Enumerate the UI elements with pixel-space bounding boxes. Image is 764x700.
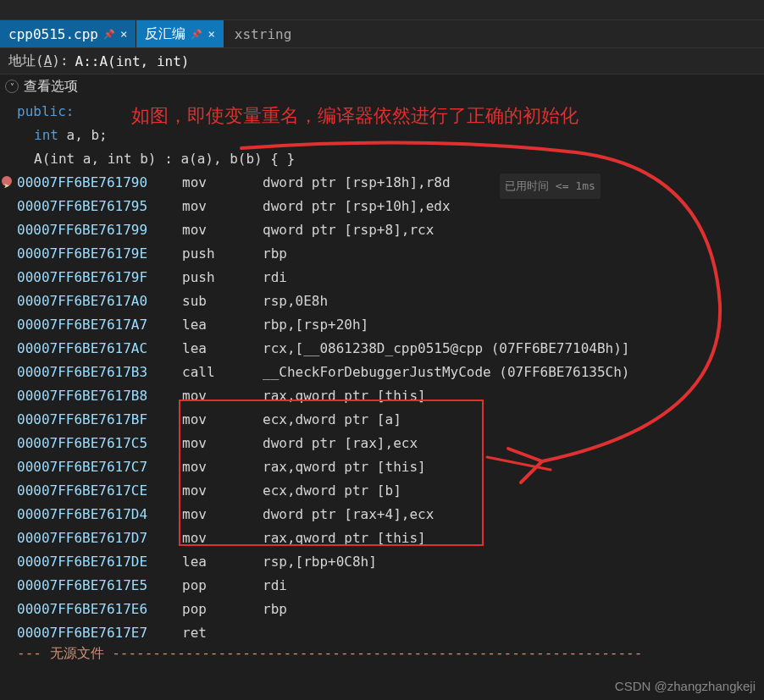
asm-address: 00007FF6BE7617DE	[17, 550, 182, 574]
breakpoint-gutter: ➤	[2, 176, 12, 198]
asm-mnemonic: call	[182, 361, 263, 384]
asm-address: 00007FF6BE7617C7	[17, 455, 182, 479]
timing-badge: 已用时间 <= 1ms	[500, 174, 601, 199]
asm-mnemonic: mov	[182, 526, 263, 550]
asm-address: 00007FF6BE7617B8	[17, 384, 182, 408]
asm-operands: rsp,[rbp+0C8h]	[263, 550, 377, 574]
asm-mnemonic: lea	[182, 550, 263, 574]
asm-address: 00007FF6BE7617E5	[17, 574, 182, 598]
asm-mnemonic: push	[182, 266, 263, 289]
asm-mnemonic: mov	[182, 432, 263, 455]
tab-xstring[interactable]: xstring	[224, 20, 302, 47]
asm-operands: qword ptr [rsp+8],rcx	[263, 218, 434, 242]
tab-cpp0515[interactable]: cpp0515.cpp 📌 ×	[0, 20, 136, 47]
asm-operands: dword ptr [rsp+18h],r8d	[263, 171, 451, 195]
asm-mnemonic: pop	[182, 574, 263, 598]
asm-address: 00007FF6BE76179F	[17, 266, 182, 289]
asm-address: 00007FF6BE761790	[17, 171, 182, 195]
asm-operands: ecx,dword ptr [a]	[263, 408, 401, 432]
asm-mnemonic: mov	[182, 171, 263, 195]
asm-line: 00007FF6BE761795movdword ptr [rsp+10h],e…	[17, 195, 764, 218]
asm-line: 00007FF6BE7617D7movrax,qword ptr [this]	[17, 526, 764, 550]
asm-address: 00007FF6BE7617BF	[17, 408, 182, 432]
asm-mnemonic: mov	[182, 384, 263, 408]
asm-operands: rdi	[263, 266, 287, 289]
asm-mnemonic: lea	[182, 337, 263, 361]
asm-line: 00007FF6BE76179Epushrbp	[17, 242, 764, 266]
current-line-arrow-icon: ➤	[3, 174, 9, 198]
asm-operands: rdi	[263, 574, 287, 598]
asm-address: 00007FF6BE76179E	[17, 242, 182, 266]
asm-operands: rbp,[rsp+20h]	[263, 313, 368, 337]
asm-address: 00007FF6BE7617E7	[17, 621, 182, 645]
asm-operands: rcx,[__0861238D_cpp0515@cpp (07FF6BE7710…	[263, 337, 629, 361]
close-icon[interactable]: ×	[208, 27, 214, 41]
source-line: int a, b;	[17, 124, 764, 147]
asm-operands: ecx,dword ptr [b]	[263, 479, 401, 503]
asm-address: 00007FF6BE7617E6	[17, 598, 182, 621]
source-line: public:	[17, 100, 764, 124]
code-area: public: int a, b; A(int a, int b) : a(a)…	[0, 98, 764, 645]
asm-operands: rbp	[263, 242, 287, 266]
asm-operands: rax,qword ptr [this]	[263, 455, 426, 479]
asm-line: 00007FF6BE7617A7learbp,[rsp+20h]	[17, 313, 764, 337]
toolbar-spacer	[0, 0, 764, 20]
no-source-footer: --- 无源文件 -------------------------------…	[0, 645, 764, 663]
asm-operands: rax,qword ptr [this]	[263, 526, 426, 550]
asm-line: 00007FF6BE7617B8movrax,qword ptr [this]	[17, 384, 764, 408]
asm-address: 00007FF6BE7617D4	[17, 503, 182, 526]
asm-operands: dword ptr [rax+4],ecx	[263, 503, 434, 526]
asm-operands: rsp,0E8h	[263, 289, 328, 313]
asm-line: 00007FF6BE7617AClearcx,[__0861238D_cpp05…	[17, 337, 764, 361]
asm-line: 00007FF6BE7617D4movdword ptr [rax+4],ecx	[17, 503, 764, 526]
asm-line: 00007FF6BE7617C7movrax,qword ptr [this]	[17, 455, 764, 479]
asm-line: 00007FF6BE76179Fpushrdi	[17, 266, 764, 289]
asm-line: 00007FF6BE761799movqword ptr [rsp+8],rcx	[17, 218, 764, 242]
asm-line: 00007FF6BE7617E5poprdi	[17, 574, 764, 598]
asm-address: 00007FF6BE7617C5	[17, 432, 182, 455]
asm-address: 00007FF6BE761799	[17, 218, 182, 242]
asm-address: 00007FF6BE7617A0	[17, 289, 182, 313]
asm-line: 00007FF6BE7617A0subrsp,0E8h	[17, 289, 764, 313]
asm-line: 00007FF6BE7617B3call__CheckForDebuggerJu…	[17, 361, 764, 384]
asm-operands: rax,qword ptr [this]	[263, 384, 426, 408]
tab-label: 反汇编	[145, 25, 185, 43]
asm-address: 00007FF6BE7617B3	[17, 361, 182, 384]
asm-address: 00007FF6BE7617AC	[17, 337, 182, 361]
tab-label: xstring	[235, 26, 291, 42]
asm-mnemonic: mov	[182, 195, 263, 218]
asm-address: 00007FF6BE761795	[17, 195, 182, 218]
asm-operands: rbp	[263, 598, 287, 621]
asm-mnemonic: mov	[182, 479, 263, 503]
watermark: CSDN @zhangzhangkeji	[615, 679, 756, 693]
address-label: 地址(A):	[8, 52, 69, 70]
asm-address: 00007FF6BE7617CE	[17, 479, 182, 503]
pin-icon[interactable]: 📌	[103, 29, 115, 40]
disassembly-block: ➤ 已用时间 <= 1ms 00007FF6BE761790movdword p…	[17, 171, 764, 645]
tab-disassembly[interactable]: 反汇编 📌 ×	[136, 20, 224, 47]
pin-icon[interactable]: 📌	[191, 29, 202, 40]
asm-mnemonic: sub	[182, 289, 263, 313]
options-row: ˅ 查看选项	[0, 74, 764, 98]
address-bar: 地址(A): A::A(int, int)	[0, 47, 764, 74]
asm-line: 00007FF6BE7617DElearsp,[rbp+0C8h]	[17, 550, 764, 574]
asm-line: 00007FF6BE7617C5movdword ptr [rax],ecx	[17, 432, 764, 455]
asm-mnemonic: ret	[182, 621, 263, 645]
asm-line: 00007FF6BE761790movdword ptr [rsp+18h],r…	[17, 171, 764, 195]
view-options-label[interactable]: 查看选项	[24, 78, 78, 96]
asm-mnemonic: lea	[182, 313, 263, 337]
chevron-down-icon[interactable]: ˅	[5, 80, 19, 93]
asm-mnemonic: mov	[182, 218, 263, 242]
asm-mnemonic: pop	[182, 598, 263, 621]
close-icon[interactable]: ×	[120, 27, 127, 41]
address-value[interactable]: A::A(int, int)	[75, 53, 190, 69]
source-line: A(int a, int b) : a(a), b(b) { }	[17, 147, 764, 171]
asm-line: 00007FF6BE7617E7ret	[17, 621, 764, 645]
asm-mnemonic: mov	[182, 408, 263, 432]
asm-address: 00007FF6BE7617A7	[17, 313, 182, 337]
asm-mnemonic: push	[182, 242, 263, 266]
tab-bar: cpp0515.cpp 📌 × 反汇编 📌 × xstring	[0, 20, 764, 47]
asm-operands: dword ptr [rax],ecx	[263, 432, 418, 455]
tab-label: cpp0515.cpp	[8, 26, 98, 42]
asm-address: 00007FF6BE7617D7	[17, 526, 182, 550]
